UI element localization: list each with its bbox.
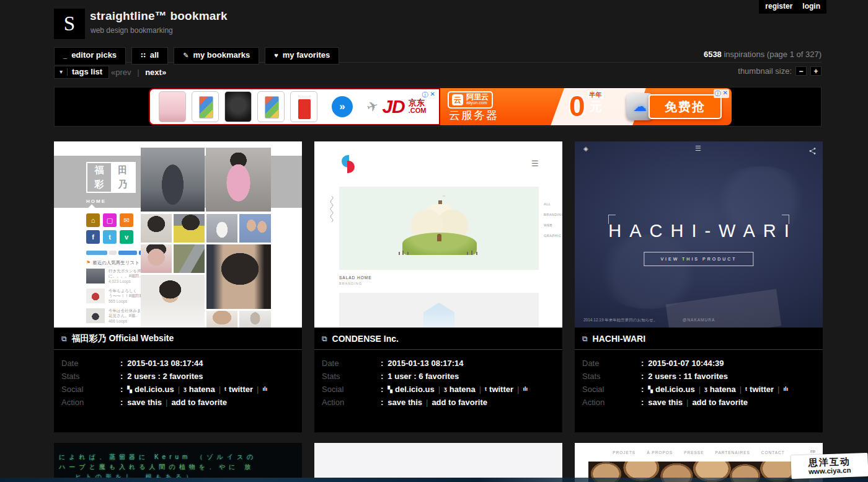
ad-price: 0 半年 元 [569,89,604,123]
hatena-link[interactable]: hatena [450,383,476,396]
site-thumbnail-fukuda[interactable]: 福田 彩乃 HOME ⌂ ▢ ✉ f t v ⚑最近の人気再生リスト 行き先ボタ… [54,141,302,328]
language-switch: FR [810,450,815,453]
hatena-link[interactable]: hatena [710,383,736,396]
stats-label: Stats [582,370,641,383]
ad-close-icon: ✕ [430,91,435,99]
tiny-door [437,234,441,241]
add-to-favorite-link[interactable]: add to favorite [432,396,487,409]
save-this-link[interactable]: save this [388,396,422,409]
ad-choice-icons[interactable]: ⓘ✕ [714,89,729,98]
stats-label: Stats [61,370,120,383]
ad-product-name: 云服务器 [449,108,498,123]
condense-logo-red [347,161,355,173]
date-value: 2015-01-13 08:17:44 [127,357,203,370]
login-link[interactable]: login [802,2,820,11]
next-link[interactable]: next» [145,68,166,77]
menu-item: WEB [544,223,562,227]
twitter-icon: t [103,230,117,244]
share-badge [118,251,137,255]
card-title-bar: ⧉ CONDENSE Inc. [314,328,562,350]
flag-icon: ⚑ [86,260,91,266]
save-this-link[interactable]: save this [127,396,162,409]
ad-arrow-button[interactable]: » [332,96,353,117]
add-to-favorite-link[interactable]: add to favorite [692,396,748,409]
prev-link[interactable]: «prev [111,68,131,77]
tweet-badge [86,251,107,255]
site-logo[interactable]: S [54,9,85,39]
hamburger-icon: ☰ [695,145,701,153]
thumbnail-smaller-button[interactable]: − [795,66,807,76]
grid-icon: ∷ [141,51,146,59]
tiny-person [467,252,468,255]
action-label: Action [61,396,120,409]
nav-item: À PROPOS [647,450,673,455]
save-this-link[interactable]: save this [648,396,683,409]
delicious-icon: ▚ [127,383,132,396]
add-to-favorite-link[interactable]: add to favorite [171,396,227,409]
ad-jd[interactable]: » ✈ JD 京东 .COM ⓘ✕ [149,88,440,125]
ad-banner[interactable]: » ✈ JD 京东 .COM ⓘ✕ 云 阿里云 aliyun.com [149,88,732,125]
matrix-text-line: ハーブと魔も入れる人間の植物を、やに 放 [59,463,254,471]
tiny-person [476,252,477,255]
photo [141,275,205,328]
tags-list-button[interactable]: ▾ tags list [54,66,109,79]
social-label: Social [582,383,641,396]
tv-icon: ▢ [103,213,117,227]
site-thumbnail-partial[interactable] [314,443,562,482]
glowing-cloud-icon: ☁ [633,99,647,115]
chevron-down-icon: ▾ [60,68,63,75]
twitter-link[interactable]: twitter [750,383,774,396]
site-thumbnail-partial[interactable]: PROJETS À PROPOS PRESSE PARTENAIRES CONT… [575,443,823,482]
bookmark-title[interactable]: 福田彩乃 Official Website [72,333,174,344]
twitter-link[interactable]: twitter [489,383,513,396]
logo-letter: S [64,12,75,35]
second-project-section [339,293,539,328]
watermark-url: www.ciya.cn [808,466,851,475]
stats-value: 2 users : 2 favorites [127,370,203,383]
tiny-person [399,252,400,255]
tab-editor-picks[interactable]: _editor picks [54,47,126,65]
delicious-link[interactable]: del.icio.us [395,383,435,396]
squiggle-decoration [329,196,334,226]
tab-my-favorites[interactable]: ♥my favorites [265,47,339,65]
news-ticker: 2014.12.19 年末年始営業日のお知らせ。 [583,318,657,323]
photo-highlight [593,234,705,309]
social-label: Social [322,383,381,396]
aliyun-logo: 云 阿里云 aliyun.com [448,91,493,109]
bookmark-card: 福田 彩乃 HOME ⌂ ▢ ✉ f t v ⚑最近の人気再生リスト 行き先ボタ… [54,141,302,432]
hero-illustration: ~ [339,187,539,270]
page-title: straightline™ bookmark [90,9,228,23]
project-caption: SALAD HOME [339,275,372,280]
stats-value: 2 users : 11 favorites [648,370,728,383]
thumbnail-larger-button[interactable]: + [810,66,822,76]
ad-aliyun[interactable]: 云 阿里云 aliyun.com 云服务器 0 半年 元 ☁ 免费抢 ⓘ✕ [440,88,732,125]
site-thumbnail-condense[interactable]: ☰ ~ SALAD HOME BRANDING ALL BRANDING WEB… [314,141,562,328]
twitter-icon: t [485,383,487,396]
delicious-icon: ▚ [648,383,653,396]
hatena-link[interactable]: hatena [189,383,215,396]
twitter-link[interactable]: twitter [229,383,253,396]
photo [206,244,271,309]
bookmark-title[interactable]: CONDENSE Inc. [332,334,399,344]
register-link[interactable]: register [765,2,792,11]
date-value: 2015-01-07 10:44:39 [648,357,724,370]
ad-info-icon: ⓘ [715,89,721,98]
ad-product-image [257,91,285,122]
twitter-icon: t [224,383,226,396]
tab-all[interactable]: ∷all [131,47,168,65]
bookmark-title[interactable]: HACHI-WARI [593,334,646,344]
delicious-link[interactable]: del.icio.us [655,383,695,396]
jd-logo: ✈ JD 京东 .COM [367,96,427,117]
action-label: Action [322,396,381,409]
hero-title: HACHI-WARI [575,221,823,241]
delicious-link[interactable]: del.icio.us [135,383,174,396]
tab-my-bookmarks[interactable]: ✎my bookmarks [174,47,259,65]
nav-item: CONTACT [761,450,785,455]
ad-cta-button[interactable]: 免费抢 [649,94,722,119]
hatena-icon: ʒ [444,383,447,396]
bookmark-card: ◈ ☰ HACHI-WARI VIEW THIS PRODUCT 2014.12… [575,141,823,432]
ad-choice-icons[interactable]: ⓘ✕ [421,91,436,99]
ad-product-image [224,91,252,122]
site-thumbnail-hachiwari[interactable]: ◈ ☰ HACHI-WARI VIEW THIS PRODUCT 2014.12… [575,141,823,328]
site-thumbnail-partial[interactable]: によれば、蒸留器に Kerum （ゾルイスの ハーブと魔も入れる人間の植物を、や… [54,443,302,482]
